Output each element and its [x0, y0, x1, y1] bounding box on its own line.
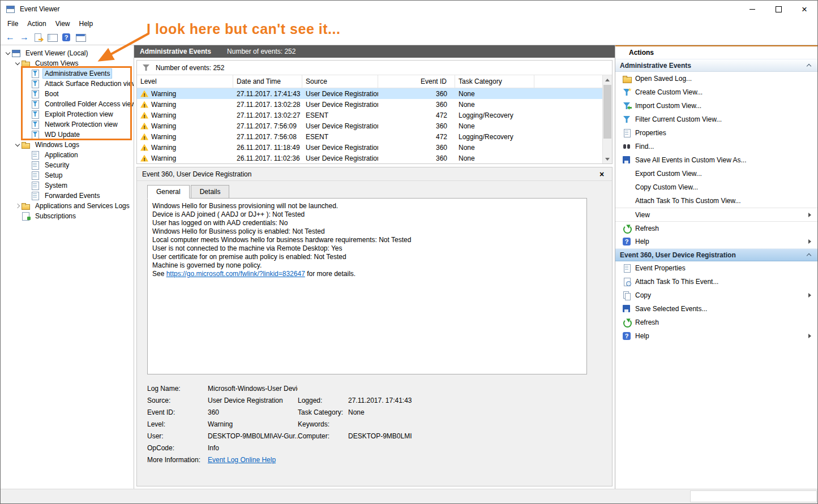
close-icon[interactable]: × [597, 170, 607, 179]
chevron-down-icon[interactable] [14, 59, 22, 67]
action-item[interactable]: Filter Current Custom View... [615, 113, 817, 126]
detail-field-row: Source: User Device Registration Logged:… [147, 394, 612, 406]
tree-item[interactable]: Network Protection view [1, 119, 134, 130]
minimize-button[interactable] [739, 1, 765, 18]
action-item[interactable]: Export Custom View... [615, 167, 817, 180]
event-message-line: User has logged on with AAD credentials:… [152, 219, 582, 227]
action-item[interactable]: Help [615, 235, 817, 248]
warning-icon [140, 123, 148, 130]
column-header-source[interactable]: Source [302, 75, 378, 88]
event-row[interactable]: Warning 26.11.2017. 11:02:36 User Device… [137, 153, 602, 163]
import-view-icon [622, 101, 632, 110]
actions-section-header-administrative-events[interactable]: Administrative Events [615, 59, 817, 72]
create-view-icon [622, 88, 632, 97]
action-item[interactable]: Find... [615, 140, 817, 153]
event-row[interactable]: Warning 27.11.2017. 17:41:43 User Device… [137, 88, 602, 99]
tree-item[interactable]: Forwarded Events [1, 191, 134, 201]
tree-item[interactable]: Event Viewer (Local) [1, 48, 134, 58]
action-item[interactable]: Open Saved Log... [615, 72, 817, 85]
action-item[interactable]: View [615, 208, 817, 221]
tree-item[interactable]: Applications and Services Logs [1, 201, 134, 211]
chevron-down-icon[interactable] [14, 141, 22, 149]
event-row[interactable]: Warning 27.11.2017. 7:56:09 User Device … [137, 120, 602, 131]
window-controls [739, 1, 817, 18]
actions-list-custom-view: Open Saved Log... Create Custom View... … [615, 72, 817, 248]
action-item[interactable]: Copy [615, 288, 817, 302]
tree-item[interactable]: Attack Surface Reduction view [1, 79, 134, 89]
event-row[interactable]: Warning 27.11.2017. 7:56:08 ESENT 472 Lo… [137, 131, 602, 142]
tree-item[interactable]: Subscriptions [1, 211, 134, 221]
console-tree-icon[interactable] [48, 33, 58, 42]
tree-item[interactable]: WD Update [1, 130, 134, 140]
tree-item[interactable]: Boot [1, 89, 134, 99]
actions-section-header-selected-event[interactable]: Event 360, User Device Registration [615, 248, 817, 261]
scrollbar-thumb[interactable] [603, 85, 611, 139]
action-item[interactable]: Refresh [615, 221, 817, 235]
tree-item-label: WD Update [42, 130, 82, 140]
event-level: Warning [151, 154, 176, 162]
detail-field-row: Event ID: 360 Task Category: None [147, 406, 612, 418]
action-item[interactable]: Save All Events in Custom View As... [615, 153, 817, 167]
events-vertical-scrollbar[interactable] [602, 75, 612, 163]
properties-window-icon[interactable] [76, 33, 86, 42]
tree-item[interactable]: Setup [1, 170, 134, 180]
tab-details[interactable]: Details [191, 185, 230, 199]
collapse-chevron-icon[interactable] [805, 251, 813, 259]
tree-item[interactable]: Custom Views [1, 58, 134, 68]
action-item[interactable]: Save Selected Events... [615, 302, 817, 316]
action-item[interactable]: Attach Task To This Custom View... [615, 194, 817, 208]
tab-general[interactable]: General [147, 185, 190, 199]
chevron-down-icon[interactable] [4, 49, 12, 57]
tree-item[interactable]: Application [1, 150, 134, 160]
action-item[interactable]: Copy Custom View... [615, 180, 817, 194]
scroll-down-icon[interactable] [603, 154, 612, 163]
tree-item[interactable]: Security [1, 160, 134, 170]
action-item[interactable]: Create Custom View... [615, 85, 817, 99]
action-item[interactable]: Import Custom View... [615, 99, 817, 113]
menu-item[interactable]: File [3, 19, 23, 29]
action-label: Attach Task To This Event... [635, 278, 805, 286]
field-label: More Information: [147, 456, 208, 464]
warning-icon [140, 144, 148, 151]
field-value[interactable]: Event Log Online Help [208, 456, 298, 464]
action-label: Refresh [635, 225, 805, 232]
tree-item[interactable]: Controlled Folder Access view [1, 99, 134, 109]
horizontal-scrollbar-track[interactable] [690, 490, 817, 502]
action-item[interactable]: Properties [615, 126, 817, 140]
log-icon [31, 171, 40, 179]
close-button[interactable] [791, 1, 817, 18]
tree-item[interactable]: Exploit Protection view [1, 109, 134, 119]
chevron-right-icon[interactable] [14, 202, 22, 210]
menu-item[interactable]: View [51, 19, 75, 29]
back-icon[interactable] [5, 33, 15, 42]
action-item[interactable]: Help [615, 329, 817, 343]
action-item[interactable]: Attach Task To This Event... [615, 275, 817, 288]
column-header-eventid[interactable]: Event ID [378, 75, 455, 88]
column-header-datetime[interactable]: Date and Time [233, 75, 302, 88]
event-detail-pane: Event 360, User Device Registration × Ge… [136, 167, 613, 486]
collapse-chevron-icon[interactable] [805, 62, 813, 70]
column-header-level[interactable]: Level [137, 75, 233, 88]
field-label: Source: [147, 397, 208, 404]
forward-icon[interactable] [19, 33, 29, 42]
help-icon[interactable] [62, 33, 72, 42]
more-details-link[interactable]: https://go.microsoft.com/fwlink/?linkid=… [166, 270, 305, 278]
column-header-taskcategory[interactable]: Task Category [455, 75, 534, 88]
maximize-button[interactable] [765, 1, 791, 18]
menu-item[interactable]: Help [75, 19, 98, 29]
export-list-icon[interactable] [33, 33, 44, 42]
action-item[interactable]: Event Properties [615, 261, 817, 275]
action-item[interactable]: Refresh [615, 316, 817, 329]
menu-item[interactable]: Action [23, 19, 50, 29]
scroll-up-icon[interactable] [603, 75, 612, 84]
event-viewer-window: Event Viewer FileActionViewHelp Event Vi… [0, 0, 818, 504]
tree-item[interactable]: Windows Logs [1, 140, 134, 150]
events-filter-row: Number of events: 252 [137, 61, 612, 75]
event-row[interactable]: Warning 26.11.2017. 11:18:49 User Device… [137, 142, 602, 153]
tree-item[interactable]: Administrative Events [1, 68, 134, 79]
event-row[interactable]: Warning 27.11.2017. 13:02:28 User Device… [137, 99, 602, 110]
event-row[interactable]: Warning 27.11.2017. 13:02:27 ESENT 472 L… [137, 110, 602, 120]
log-icon [31, 192, 40, 200]
tree-item-label: System [42, 180, 70, 191]
tree-item[interactable]: System [1, 180, 134, 191]
